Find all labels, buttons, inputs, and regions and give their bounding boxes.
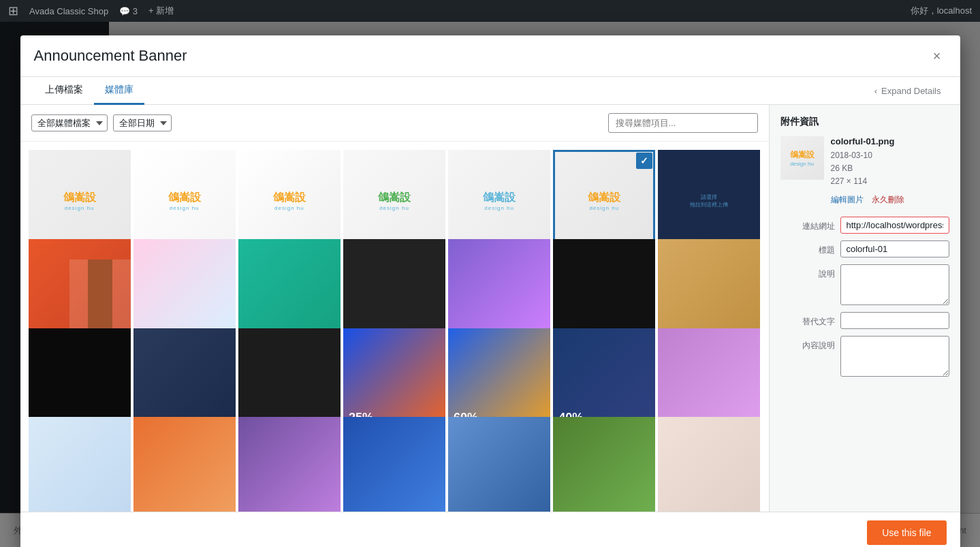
media-item[interactable]: 25%	[343, 328, 445, 431]
attachment-filesize: 26 KB	[831, 162, 949, 175]
media-item[interactable]	[343, 417, 445, 512]
description-label: 內容說明	[780, 336, 835, 351]
media-item[interactable]: 60%	[448, 328, 550, 431]
alt-label: 替代文字	[780, 312, 835, 328]
media-item[interactable]: 鴿嵩設 design hu	[448, 150, 550, 252]
description-textarea[interactable]	[840, 336, 949, 377]
media-filters: 全部媒體檔案 全部日期	[20, 105, 769, 142]
media-item[interactable]	[29, 417, 131, 512]
attachment-actions: 編輯圖片 永久刪除	[831, 193, 949, 206]
media-item[interactable]: 鴿嵩設 design hu	[343, 150, 445, 252]
admin-bar: ⊞ Avada Classic Shop 💬 3 + 新增 你好，localho…	[0, 0, 980, 22]
media-item[interactable]	[658, 417, 760, 512]
url-field: 連結網址	[780, 217, 949, 234]
date-filter[interactable]: 全部日期	[113, 114, 172, 131]
attachment-sidebar: 附件資訊 鴿嵩設 design hu colorful-01.png 2018-…	[770, 105, 960, 512]
media-item[interactable]: 鴿嵩設 design hu	[133, 150, 236, 252]
sidebar-title: 附件資訊	[780, 116, 949, 128]
media-type-filter[interactable]: 全部媒體檔案	[31, 114, 108, 131]
modal-title: Announcement Banner	[34, 47, 187, 65]
alt-field: 替代文字	[780, 312, 949, 329]
edit-image-link[interactable]: 編輯圖片	[831, 195, 864, 204]
media-item[interactable]	[29, 328, 131, 431]
chevron-left-icon: ‹	[874, 86, 877, 96]
modal-tabs: 上傳檔案 媒體庫 ‹ Expand Details	[20, 77, 960, 105]
site-name[interactable]: Avada Classic Shop	[29, 6, 108, 16]
media-item[interactable]	[29, 239, 131, 341]
alt-input[interactable]	[840, 312, 949, 329]
media-item[interactable]: 鴿嵩設 design hu	[238, 150, 341, 252]
attachment-info: colorful-01.png 2018-03-10 26 KB 227 × 1…	[831, 136, 949, 206]
title-label: 標題	[780, 240, 835, 256]
caption-label: 說明	[780, 264, 835, 280]
modal-header: Announcement Banner ×	[20, 35, 960, 77]
attachment-dimensions: 227 × 114	[831, 175, 949, 188]
media-item[interactable]: 請選擇拖拉到這裡上傳	[658, 150, 760, 252]
admin-bar-right: 你好，localhost	[911, 5, 972, 17]
media-item[interactable]: 鴿嵩設 design hu	[29, 150, 131, 252]
url-input[interactable]	[840, 217, 949, 234]
media-item[interactable]	[238, 328, 341, 431]
tabs-left: 上傳檔案 媒體庫	[34, 77, 144, 104]
media-item[interactable]	[553, 239, 655, 341]
media-item[interactable]: 40%	[553, 328, 655, 431]
tab-upload[interactable]: 上傳檔案	[34, 77, 94, 105]
caption-field: 說明	[780, 264, 949, 305]
attachment-filename: colorful-01.png	[831, 136, 949, 146]
media-modal: Announcement Banner × 上傳檔案 媒體庫 ‹ Expand …	[20, 35, 960, 547]
media-grid: 鴿嵩設 design hu 鴿嵩設 design hu 鴿嵩設 de	[20, 142, 769, 512]
comments-count[interactable]: 💬 3	[119, 6, 138, 16]
user-greeting: 你好，localhost	[911, 5, 972, 16]
title-input[interactable]	[840, 240, 949, 257]
modal-footer: Use this file	[20, 512, 960, 547]
delete-image-link[interactable]: 永久刪除	[872, 195, 904, 204]
media-item[interactable]	[133, 328, 236, 431]
attachment-thumbnail: 鴿嵩設 design hu	[780, 136, 824, 180]
media-item[interactable]	[133, 239, 236, 341]
media-item[interactable]	[658, 328, 760, 431]
media-item[interactable]	[133, 417, 236, 512]
attachment-date: 2018-03-10	[831, 149, 949, 162]
admin-bar-left: ⊞ Avada Classic Shop 💬 3 + 新增	[8, 3, 174, 18]
media-item[interactable]	[553, 417, 655, 512]
modal-overlay: Announcement Banner × 上傳檔案 媒體庫 ‹ Expand …	[0, 22, 980, 547]
media-item[interactable]	[658, 239, 760, 341]
media-item-selected[interactable]: 鴿嵩設 design hu	[553, 150, 655, 252]
use-file-button[interactable]: Use this file	[867, 520, 946, 545]
media-section: 全部媒體檔案 全部日期 鴿嵩設 design hu	[20, 105, 770, 512]
modal-body: 全部媒體檔案 全部日期 鴿嵩設 design hu	[20, 105, 960, 512]
media-item[interactable]	[238, 417, 341, 512]
modal-close-button[interactable]: ×	[928, 46, 947, 65]
media-item[interactable]	[238, 239, 341, 341]
caption-textarea[interactable]	[840, 264, 949, 305]
attachment-preview: 鴿嵩設 design hu colorful-01.png 2018-03-10…	[780, 136, 949, 206]
tab-library[interactable]: 媒體庫	[94, 77, 144, 105]
title-field: 標題	[780, 240, 949, 257]
wp-logo-icon[interactable]: ⊞	[8, 3, 18, 18]
media-item[interactable]	[343, 239, 445, 341]
description-field: 內容說明	[780, 336, 949, 377]
media-item[interactable]	[448, 417, 550, 512]
media-search-input[interactable]	[608, 113, 758, 133]
new-post[interactable]: + 新增	[148, 5, 174, 17]
expand-details-button[interactable]: ‹ Expand Details	[869, 83, 947, 99]
media-item[interactable]	[448, 239, 550, 341]
url-label: 連結網址	[780, 217, 835, 232]
